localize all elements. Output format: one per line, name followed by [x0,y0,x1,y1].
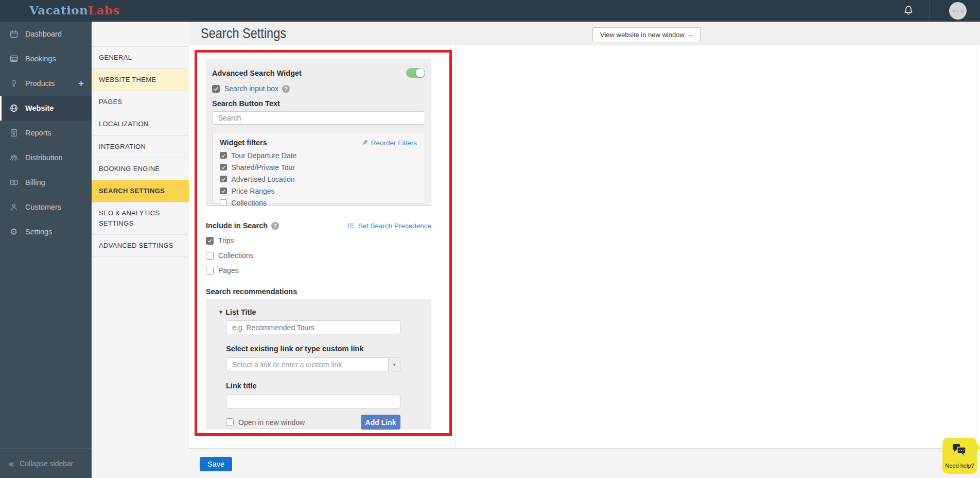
sidebar-item-website[interactable]: Website [0,96,92,121]
top-navbar: VacationLabs 30 x 30 [0,0,980,22]
open-in-new-window-checkbox[interactable] [226,418,234,426]
sidebar-item-label: Settings [25,228,52,236]
need-help-widget[interactable]: Need help? [942,438,977,474]
toggle-knob [416,69,425,77]
sidebar-item-label: Distribution [25,153,63,162]
save-button[interactable]: Save [200,457,232,471]
view-website-button[interactable]: View website in new window → [592,27,701,42]
sidebar-item-customers[interactable]: Customers [0,195,92,219]
content-divider [456,45,456,448]
report-file-icon [9,128,19,138]
reorder-filters-link[interactable]: ✎ Reorder Filters [362,139,417,147]
search-input-box-checkbox[interactable] [212,85,220,93]
sidebar-item-products[interactable]: Products + [0,71,92,96]
menu-item-integration[interactable]: INTEGRATION [92,136,189,158]
filter-label: Shared/Private Tour [232,163,295,172]
filter-price-ranges-checkbox[interactable] [220,187,227,195]
search-recommendations-panel: ▼ List Title Select existing link or typ… [206,299,431,429]
include-option-label: Collections [218,251,253,260]
include-option-label: Trips [218,236,234,245]
list-icon [9,54,19,64]
sidebar-item-label: Reports [25,129,51,137]
speech-bubble-tail [976,443,980,452]
search-input-box-label: Search input box [224,84,278,93]
include-trips-checkbox[interactable] [206,237,214,245]
logo-part-labs: Labs [88,3,120,17]
menu-item-pages[interactable]: PAGES [92,91,189,113]
link-title-label: Link title [226,382,257,390]
scrollbar-track[interactable] [976,22,976,478]
add-link-button[interactable]: Add Link [361,415,400,430]
navbar-divider [930,0,930,22]
menu-item-localization[interactable]: LOCALIZATION [92,113,189,135]
help-icon[interactable]: ? [282,85,290,93]
sidebar-item-distribution[interactable]: Distribution [0,145,92,170]
sidebar-item-label: Billing [25,178,45,186]
sidebar-item-label: Products [25,79,55,88]
sidebar-item-billing[interactable]: Billing [0,170,92,195]
include-in-search-section: Include in Search ? Set Search Precedenc… [206,221,431,275]
double-chevron-left-icon: « [8,458,14,469]
sidebar-item-settings[interactable]: ⚙ Settings [0,219,92,244]
widget-filters-box: Widget filters ✎ Reorder Filters Tour De… [212,132,425,204]
filter-collections-checkbox[interactable] [220,199,227,207]
link-select-placeholder: Select a link or enter a custom link [226,358,388,371]
app-window: VacationLabs 30 x 30 Dashboard Bookings … [0,0,980,478]
link-select-dropdown[interactable]: Select a link or enter a custom link ▾ [226,357,400,371]
include-option-label: Pages [218,266,239,275]
include-pages-checkbox[interactable] [206,267,214,275]
money-icon [9,178,19,187]
select-link-label: Select existing link or type custom link [226,345,364,353]
set-search-precedence-link[interactable]: Set Search Precedence [347,222,431,230]
users-icon [9,153,19,163]
gear-icon: ⚙ [9,227,19,237]
ordered-list-icon [347,222,355,230]
menu-item-search-settings[interactable]: SEARCH SETTINGS [92,180,189,202]
sidebar-item-reports[interactable]: Reports [0,121,92,145]
menu-item-booking-engine[interactable]: BOOKING ENGINE [92,158,189,180]
filter-label: Price Ranges [232,187,275,195]
menu-item-website-theme[interactable]: WEBSITE THEME [92,69,189,91]
notifications-bell-icon[interactable] [902,5,915,17]
open-in-new-window-label: Open in new window [238,418,305,426]
include-collections-checkbox[interactable] [206,252,214,260]
link-title-input[interactable] [226,395,400,408]
caret-down-icon: ▾ [393,362,395,367]
filter-tour-departure-date-checkbox[interactable] [220,152,227,159]
page-header [189,22,980,45]
need-help-label: Need help? [942,463,977,469]
vacationlabs-logo[interactable]: VacationLabs [29,3,120,17]
search-button-text-input[interactable] [212,111,425,125]
help-icon[interactable]: ? [271,222,279,230]
menu-item-advanced-settings[interactable]: ADVANCED SETTINGS [92,235,189,257]
page-title: Search Settings [201,25,286,42]
list-title-input[interactable] [226,320,400,334]
search-recommendations-title: Search recommendations [206,287,297,296]
list-title-collapse-control[interactable]: ▼ List Title [219,308,400,316]
advanced-search-widget-toggle[interactable] [406,68,425,78]
filter-label: Collections [232,199,267,207]
sidebar-item-label: Dashboard [25,30,62,38]
include-in-search-title: Include in Search [206,221,268,230]
filter-shared-private-tour-checkbox[interactable] [220,164,227,171]
primary-sidebar: Dashboard Bookings Products + Website Re… [0,22,92,478]
sidebar-item-bookings[interactable]: Bookings [0,46,92,71]
filter-advertised-location-checkbox[interactable] [220,176,227,183]
avatar-placeholder-text: 30 x 30 [952,9,964,13]
add-product-button[interactable]: + [78,78,84,89]
menu-item-general[interactable]: GENERAL [92,47,189,69]
page-footer: Save [189,448,980,478]
sidebar-item-dashboard[interactable]: Dashboard [0,22,92,46]
user-avatar[interactable]: 30 x 30 [949,2,967,20]
collapse-sidebar-button[interactable]: « Collapse sidebar [0,449,92,478]
dropdown-arrow-button[interactable]: ▾ [388,358,400,371]
widget-filters-title: Widget filters [220,139,267,147]
chat-bubbles-icon [952,443,967,457]
menu-item-seo-analytics[interactable]: SEO & ANALYTICS SETTINGS [92,202,189,235]
sidebar-item-label: Customers [25,203,61,211]
pencil-icon: ✎ [362,139,368,147]
collapse-sidebar-label: Collapse sidebar [20,459,73,468]
globe-icon [9,104,19,113]
user-icon [9,202,19,212]
triangle-down-icon: ▼ [219,310,222,315]
